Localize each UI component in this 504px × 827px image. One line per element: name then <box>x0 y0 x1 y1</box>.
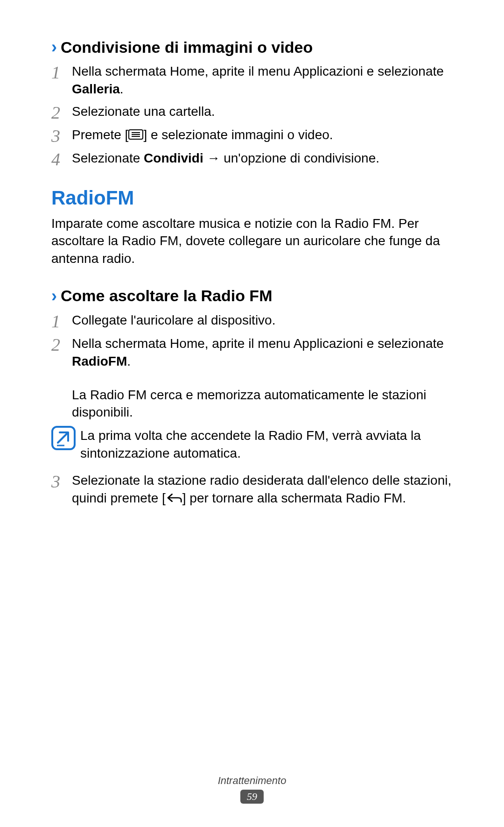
step-item: 1 Nella schermata Home, aprite il menu A… <box>51 63 453 98</box>
step-text: Nella schermata Home, aprite il menu App… <box>72 63 453 98</box>
menu-icon <box>128 129 143 140</box>
step-item: 2 Selezionate una cartella. <box>51 103 453 121</box>
back-icon <box>166 492 182 503</box>
step-text: Collegate l'auricolare al dispositivo. <box>72 311 453 329</box>
step-text: Selezionate una cartella. <box>72 103 453 120</box>
note-icon <box>51 426 76 450</box>
note-row: La prima volta che accendete la Radio FM… <box>51 426 453 462</box>
intro-text: Imparate come ascoltare musica e notizie… <box>51 215 453 268</box>
step-item: 4 Selezionate Condividi → un'opzione di … <box>51 149 453 168</box>
heading-text: Condivisione di immagini o video <box>61 38 313 57</box>
heading-text: Come ascoltare la Radio FM <box>61 287 272 305</box>
step-text: Nella schermata Home, aprite il menu App… <box>72 335 453 370</box>
step-text: Premete [] e selezionate immagini o vide… <box>72 126 453 144</box>
step-item: 1 Collegate l'auricolare al dispositivo. <box>51 311 453 330</box>
listen-steps: 1 Collegate l'auricolare al dispositivo.… <box>51 311 453 370</box>
sub-text: La Radio FM cerca e memorizza automatica… <box>72 386 453 422</box>
footer-category: Intrattenimento <box>0 775 504 787</box>
step-number: 2 <box>51 103 72 121</box>
step-item: 3 Selezionate la stazione radio desidera… <box>51 472 453 507</box>
listen-steps-cont: 3 Selezionate la stazione radio desidera… <box>51 472 453 507</box>
step-item: 2 Nella schermata Home, aprite il menu A… <box>51 335 453 370</box>
step-number: 3 <box>51 126 72 145</box>
chevron-icon: › <box>51 37 57 57</box>
step-text: Selezionate Condividi → un'opzione di co… <box>72 149 453 167</box>
step-item: 3 Premete [] e selezionate immagini o vi… <box>51 126 453 145</box>
section-heading-share: › Condivisione di immagini o video <box>51 37 453 57</box>
note-text: La prima volta che accendete la Radio FM… <box>80 426 453 462</box>
step-number: 1 <box>51 63 72 81</box>
step-number: 4 <box>51 149 72 168</box>
page-number-badge: 59 <box>240 790 264 804</box>
page-footer: Intrattenimento 59 <box>0 775 504 804</box>
share-steps: 1 Nella schermata Home, aprite il menu A… <box>51 63 453 168</box>
step-number: 3 <box>51 472 72 490</box>
step-number: 2 <box>51 335 72 353</box>
step-text: Selezionate la stazione radio desiderata… <box>72 472 453 507</box>
main-title-radiofm: RadioFM <box>51 187 453 209</box>
step-number: 1 <box>51 311 72 330</box>
section-heading-listen: › Come ascoltare la Radio FM <box>51 286 453 306</box>
chevron-icon: › <box>51 286 57 306</box>
